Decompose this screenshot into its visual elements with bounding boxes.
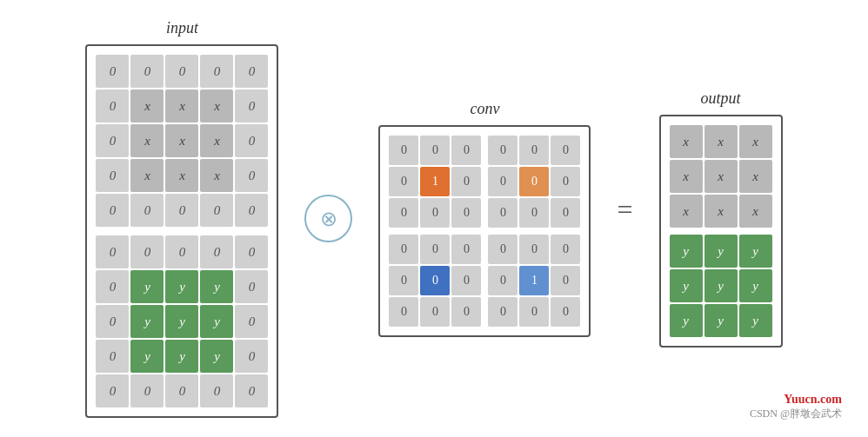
output-grid-bottom: yyyyyyyyy [670,235,772,337]
input-top-cell: 0 [200,55,233,88]
operator-symbol: ⊗ [304,195,352,242]
input-bottom-cell: 0 [96,374,129,407]
output-box: xxxxxxxxx yyyyyyyyy [659,115,783,348]
input-bottom-cell: 0 [96,340,129,373]
input-top-cell: 0 [130,55,164,88]
input-bottom-cell: y [165,305,198,338]
input-top-cell: 0 [130,194,164,227]
input-top-cell: 0 [235,55,268,88]
conv-cell: 0 [451,297,481,327]
output-bottom-cell: y [739,235,772,268]
output-bottom-cell: y [704,235,738,268]
watermark-yuucn: Yuucn.com [750,393,842,407]
input-grid-top: 000000xxx00xxx00xxx000000 [96,55,268,227]
conv-cell: 0 [488,266,517,295]
input-bottom-cell: 0 [96,305,129,338]
input-top-cell: 0 [235,89,268,122]
conv-cell: 0 [451,235,481,264]
conv-cell: 0 [488,297,517,327]
input-bottom-cell: 0 [130,235,164,268]
input-bottom-cell: y [200,340,233,373]
input-bottom-cell: y [130,305,164,338]
input-top-cell: 0 [96,89,129,122]
conv-cell: 0 [551,136,580,165]
conv-box: 000010000 000000000 000000000 000010000 [378,125,591,337]
conv-cell: 0 [420,235,450,264]
output-grid-top: xxxxxxxxx [670,125,772,228]
conv-cell: 0 [451,167,481,196]
output-label: output [701,89,741,108]
conv-cell: 0 [451,198,481,228]
conv-cell: 0 [488,167,517,196]
conv-cell: 1 [420,167,450,196]
input-bottom-cell: 0 [235,340,268,373]
input-top-cell: x [200,159,233,192]
watermark-csdn: CSDN @胖墩会武术 [750,407,842,421]
input-top-cell: x [130,159,164,192]
conv-cell: 0 [488,235,517,264]
input-bottom-cell: y [130,270,164,303]
input-bottom-cell: 0 [235,235,268,268]
conv-grid-top-right: 000000000 [488,136,580,228]
input-top-cell: x [200,124,233,157]
input-top-cell: 0 [165,194,198,227]
input-top-cell: 0 [96,194,129,227]
conv-cell: 0 [389,235,418,264]
input-top-cell: x [165,89,198,122]
input-grid-bottom: 000000yyy00yyy00yyy000000 [96,235,268,407]
conv-cell: 0 [519,297,549,327]
equals-sign: = [617,194,632,226]
input-top-cell: 0 [165,55,198,88]
output-top-cell: x [739,195,772,228]
input-bottom-cell: 0 [235,305,268,338]
conv-cell: 1 [519,266,549,295]
output-top-cell: x [670,125,703,158]
input-top-cell: 0 [235,124,268,157]
output-bottom-cell: y [704,269,738,302]
output-bottom-cell: y [704,304,738,337]
input-bottom-cell: y [200,270,233,303]
input-bottom-cell: 0 [235,374,268,407]
input-top-cell: x [200,89,233,122]
input-top-cell: x [130,124,164,157]
conv-cell: 0 [420,198,450,228]
input-label: input [166,19,198,37]
conv-grid-bottom-left: 000000000 [389,235,481,327]
conv-cell: 0 [488,198,517,228]
input-bottom-cell: 0 [96,235,129,268]
input-bottom-cell: 0 [130,374,164,407]
conv-cell: 0 [551,235,580,264]
conv-cell: 0 [551,167,580,196]
input-bottom-cell: y [130,340,164,373]
output-bottom-cell: y [739,304,772,337]
conv-cell: 0 [389,297,418,327]
input-bottom-cell: y [200,305,233,338]
conv-cell: 0 [389,198,418,228]
conv-cell: 0 [420,297,450,327]
conv-cell: 0 [551,297,580,327]
output-top-cell: x [739,125,772,158]
conv-cell: 0 [389,266,418,295]
input-top-cell: 0 [235,194,268,227]
input-top-cell: x [165,159,198,192]
output-bottom-cell: y [670,269,703,302]
conv-cell: 0 [420,266,450,295]
input-top-cell: 0 [200,194,233,227]
otimes-icon: ⊗ [320,207,337,231]
conv-cell: 0 [389,167,418,196]
input-bottom-cell: y [165,340,198,373]
conv-cell: 0 [519,167,549,196]
conv-cell: 0 [420,136,450,165]
input-bottom-cell: 0 [235,270,268,303]
watermark: Yuucn.com CSDN @胖墩会武术 [750,393,842,421]
input-top-cell: 0 [235,159,268,192]
conv-grid-top-left: 000010000 [389,136,481,228]
conv-cell: 0 [519,136,549,165]
output-top-cell: x [704,125,738,158]
output-section: output xxxxxxxxx yyyyyyyyy [659,89,783,348]
output-bottom-cell: y [670,304,703,337]
output-top-cell: x [670,160,703,193]
input-section: input 000000xxx00xxx00xxx000000 000000yy… [85,19,278,418]
conv-cell: 0 [551,198,580,228]
input-top-cell: 0 [96,159,129,192]
